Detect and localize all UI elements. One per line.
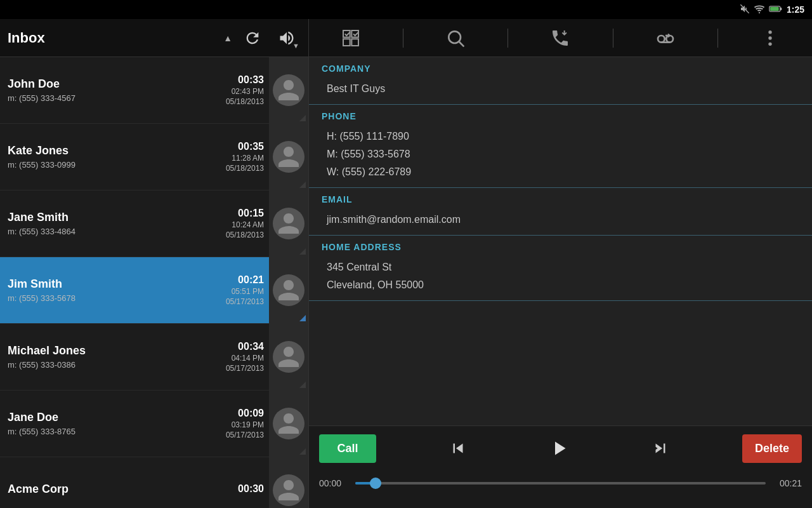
- contact-duration: 00:34: [238, 341, 264, 352]
- avatar-corner: [299, 248, 306, 255]
- refresh-button[interactable]: [239, 24, 266, 52]
- svg-point-17: [768, 30, 771, 34]
- separator-1: [403, 29, 403, 48]
- contact-name: Michael Jones: [8, 344, 226, 358]
- voicemail-button[interactable]: [646, 22, 684, 54]
- svg-rect-8: [351, 39, 358, 46]
- skip-back-button[interactable]: [441, 434, 475, 463]
- contact-date: 05/18/2013: [226, 97, 264, 106]
- progress-thumb[interactable]: [370, 478, 381, 489]
- call-history-button[interactable]: [541, 22, 579, 54]
- contact-avatar: [269, 257, 308, 324]
- avatar-icon: [273, 141, 304, 173]
- more-menu-button[interactable]: [751, 22, 789, 54]
- left-panel: Inbox ▲ ▼ John Doe m: (555) 333-4567: [0, 19, 309, 508]
- main-container: Inbox ▲ ▼ John Doe m: (555) 333-4567: [0, 19, 812, 508]
- contact-item-jane-doe[interactable]: Jane Doe m: (555) 333-8765 00:09 03:19 P…: [0, 391, 308, 457]
- avatar-corner: [299, 315, 306, 321]
- avatar-corner: [299, 182, 306, 188]
- contact-date: 05/18/2013: [226, 164, 264, 173]
- contact-name: Jim Smith: [8, 277, 226, 291]
- contact-time: 11:28 AM: [232, 154, 264, 163]
- contact-time: 04:14 PM: [232, 354, 264, 363]
- detail-section-home-address: HOME ADDRESS 345 Central StCleveland, OH…: [309, 236, 812, 301]
- avatar-icon: [273, 74, 304, 106]
- contact-item-acme-corp[interactable]: Acme Corp 00:30: [0, 457, 308, 508]
- svg-rect-7: [343, 39, 350, 46]
- section-header-company: COMPANY: [309, 57, 812, 77]
- separator-3: [613, 29, 613, 48]
- right-toolbar: [309, 19, 812, 57]
- mute-icon: [740, 4, 750, 16]
- skip-forward-button[interactable]: [643, 434, 678, 463]
- inbox-dropdown-arrow[interactable]: ▲: [223, 33, 232, 43]
- contact-date: 05/17/2013: [226, 297, 264, 306]
- contact-time: 05:51 PM: [232, 287, 264, 296]
- speaker-button[interactable]: ▼: [273, 24, 301, 52]
- progress-end-time: 00:21: [773, 478, 802, 488]
- contact-info: Michael Jones m: (555) 333-0386: [8, 344, 226, 370]
- contact-info: Jim Smith m: (555) 333-5678: [8, 277, 226, 303]
- svg-rect-4: [770, 7, 779, 11]
- contact-phone: m: (555) 333-8765: [8, 427, 226, 436]
- avatar-icon: [273, 474, 304, 506]
- checklist-button[interactable]: [332, 22, 370, 54]
- status-bar: 1:25: [0, 0, 812, 19]
- contact-avatar: [269, 391, 308, 457]
- contact-item-jane-smith[interactable]: Jane Smith m: (555) 333-4864 00:15 10:24…: [0, 190, 308, 257]
- progress-area: 00:00 00:21: [309, 471, 812, 496]
- detail-value: Cleveland, OH 55000: [327, 276, 794, 294]
- svg-point-12: [666, 36, 673, 43]
- contact-phone: m: (555) 333-4864: [8, 227, 226, 236]
- avatar-corner: [299, 382, 306, 388]
- avatar-corner: [299, 448, 306, 455]
- svg-point-9: [449, 31, 461, 43]
- contact-item-kate-jones[interactable]: Kate Jones m: (555) 333-0999 00:35 11:28…: [0, 124, 308, 190]
- svg-point-1: [759, 11, 760, 13]
- detail-value: H: (555) 111-7890: [327, 128, 794, 145]
- contact-meta: 00:15 10:24 AM 05/18/2013: [226, 208, 264, 239]
- delete-button[interactable]: Delete: [742, 434, 802, 463]
- detail-value: W: (555) 222-6789: [327, 163, 794, 181]
- svg-point-11: [658, 36, 665, 43]
- contact-phone: m: (555) 333-0386: [8, 360, 226, 370]
- svg-point-18: [768, 36, 771, 39]
- speaker-dropdown-arrow: ▼: [292, 42, 299, 50]
- contact-item-john-doe[interactable]: John Doe m: (555) 333-4567 00:33 02:43 P…: [0, 57, 308, 124]
- search-button[interactable]: [436, 22, 475, 54]
- svg-line-10: [459, 42, 464, 46]
- progress-bar[interactable]: [355, 482, 766, 485]
- contact-phone: m: (555) 333-0999: [8, 160, 226, 170]
- contact-phone: m: (555) 333-5678: [8, 293, 226, 303]
- playback-controls: Call: [309, 426, 812, 471]
- contact-phone: m: (555) 333-4567: [8, 93, 226, 103]
- battery-icon: [769, 4, 783, 15]
- contact-avatar: [269, 190, 308, 257]
- contact-item-jim-smith[interactable]: Jim Smith m: (555) 333-5678 00:21 05:51 …: [0, 257, 308, 324]
- contact-duration: 00:30: [238, 483, 264, 495]
- play-button[interactable]: [540, 432, 578, 465]
- contact-item-michael-jones[interactable]: Michael Jones m: (555) 333-0386 00:34 04…: [0, 324, 308, 391]
- contact-time: 03:19 PM: [232, 420, 264, 429]
- contact-duration: 00:09: [238, 408, 264, 419]
- call-button[interactable]: Call: [319, 434, 376, 463]
- section-content-phone: H: (555) 111-7890M: (555) 333-5678W: (55…: [309, 125, 812, 187]
- detail-section-company: COMPANY Best IT Guys: [309, 57, 812, 105]
- contact-info: Jane Smith m: (555) 333-4864: [8, 211, 226, 236]
- status-icons: 1:25: [740, 4, 804, 16]
- contact-info: Acme Corp: [8, 483, 238, 498]
- detail-value: Best IT Guys: [327, 80, 794, 98]
- section-content-home-address: 345 Central StCleveland, OH 55000: [309, 256, 812, 300]
- section-header-phone: PHONE: [309, 105, 812, 125]
- contact-meta: 00:21 05:51 PM 05/17/2013: [226, 274, 264, 306]
- contact-date: 05/17/2013: [226, 431, 264, 439]
- contact-name: Jane Doe: [8, 411, 226, 424]
- contact-name: Jane Smith: [8, 211, 226, 224]
- contact-name: Kate Jones: [8, 144, 226, 157]
- section-header-email: EMAIL: [309, 188, 812, 208]
- contact-avatar: [269, 57, 308, 124]
- contact-meta: 00:35 11:28 AM 05/18/2013: [226, 141, 264, 173]
- contact-duration: 00:35: [238, 141, 264, 152]
- status-time: 1:25: [787, 4, 804, 15]
- svg-point-19: [768, 42, 771, 45]
